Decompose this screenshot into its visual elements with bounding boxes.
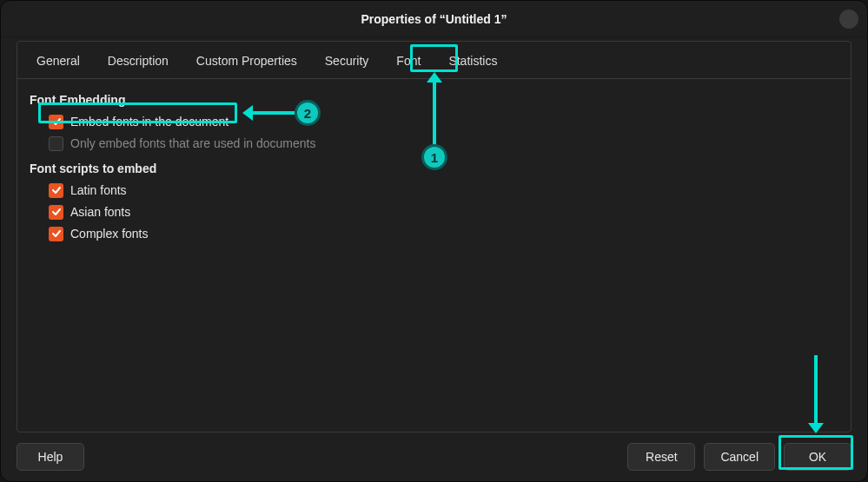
option-label: Complex fonts [70,227,148,241]
cancel-button[interactable]: Cancel [704,443,775,471]
tab-security[interactable]: Security [311,45,383,78]
option-asian-fonts[interactable]: Asian fonts [49,202,838,221]
section-font-embedding-title: Font Embedding [30,93,838,107]
option-embed-fonts[interactable]: Embed fonts in the document [49,112,838,131]
button-label: Cancel [720,450,759,464]
option-complex-fonts[interactable]: Complex fonts [49,224,838,243]
button-row: Help Reset Cancel OK [17,443,851,471]
checkbox-unchecked-icon [49,136,63,151]
titlebar: Properties of “Untitled 1” [1,1,867,37]
checkbox-checked-icon[interactable] [49,183,63,198]
checkbox-checked-icon[interactable] [49,115,63,129]
tab-statistics[interactable]: Statistics [434,45,511,78]
tab-label: Custom Properties [196,54,297,68]
dialog-window: Properties of “Untitled 1” General Descr… [0,0,868,482]
section-font-scripts-title: Font scripts to embed [30,162,838,175]
option-latin-fonts[interactable]: Latin fonts [49,181,838,200]
tab-label: Description [108,54,169,68]
tab-label: Statistics [448,54,497,68]
tab-label: Security [325,54,369,68]
tab-font[interactable]: Font [382,45,434,78]
option-label: Only embed fonts that are used in docume… [70,136,316,150]
tab-general[interactable]: General [23,45,94,78]
checkbox-checked-icon[interactable] [49,227,63,241]
option-label: Asian fonts [70,205,130,219]
dialog-body: General Description Custom Properties Se… [17,41,851,432]
help-button[interactable]: Help [17,443,84,471]
close-button[interactable] [839,10,858,29]
option-label: Embed fonts in the document [70,115,229,129]
tab-description[interactable]: Description [94,45,182,78]
option-label: Latin fonts [70,183,127,197]
ok-button[interactable]: OK [784,443,851,471]
option-only-embed-used: Only embed fonts that are used in docume… [49,134,838,153]
tab-strip: General Description Custom Properties Se… [17,42,851,79]
window-title: Properties of “Untitled 1” [361,12,507,26]
tab-label: General [36,54,80,68]
button-label: Help [38,450,63,464]
button-label: Reset [646,450,678,464]
button-label: OK [809,450,826,464]
tab-content: Font Embedding Embed fonts in the docume… [17,79,851,256]
tab-custom-properties[interactable]: Custom Properties [182,45,311,78]
checkbox-checked-icon[interactable] [49,205,63,220]
reset-button[interactable]: Reset [627,443,695,471]
tab-label: Font [396,54,421,68]
